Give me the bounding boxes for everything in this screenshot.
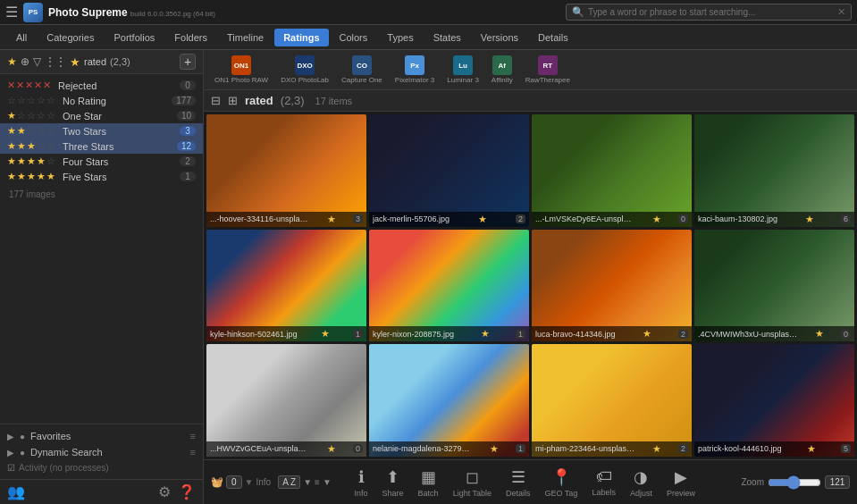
star-icon: ☆ [46, 95, 55, 106]
az-menu-icon[interactable]: ≡ [315, 477, 320, 487]
grid-view-icon[interactable]: ⊞ [228, 94, 238, 107]
image-star-icon[interactable]: ★ [805, 214, 814, 225]
search-input[interactable] [588, 7, 837, 17]
nav-tab-timeline[interactable]: Timeline [218, 29, 273, 46]
tool-btn-light-table[interactable]: ◻ Light Table [453, 467, 492, 498]
rating-row-one-star[interactable]: ★☆☆☆☆One Star10 [0, 108, 203, 123]
image-star-icon[interactable]: ★ [327, 214, 336, 225]
nav-tab-portfolios[interactable]: Portfolios [105, 29, 164, 46]
image-star-icon[interactable]: ★ [478, 214, 487, 225]
image-cell-6[interactable]: kyler-nixon-208875.jpg ★ 1 [369, 230, 529, 342]
rating-count: 12 [177, 141, 196, 151]
filter-funnel-icon[interactable]: ▽ [33, 55, 41, 68]
image-cell-12[interactable]: patrick-kool-444610.jpg ★ 5 [694, 344, 854, 457]
app-icon-dxo[interactable]: DXO DXO PhotoLab [277, 54, 332, 86]
image-star-icon[interactable]: ★ [652, 443, 661, 455]
add-filter-btn[interactable]: + [180, 54, 196, 70]
image-filename: ...-hoover-334116-unsplash.jpg [210, 214, 309, 223]
nav-tab-types[interactable]: Types [378, 29, 422, 46]
tool-btn-details[interactable]: ☰ Details [506, 467, 531, 498]
basket-icon[interactable]: 🧺 [211, 476, 223, 488]
app-icon-pixelmator[interactable]: Px Pixelmator 3 [391, 54, 438, 86]
dynamic-search-section[interactable]: ▶ ● Dynamic Search ≡ [0, 444, 203, 460]
tool-btn-info[interactable]: ℹ Info [355, 467, 368, 498]
tool-btn-preview[interactable]: ▶ Preview [667, 467, 695, 498]
nav-tab-details[interactable]: Details [529, 29, 577, 46]
image-star-icon[interactable]: ★ [807, 443, 816, 455]
help-icon[interactable]: ❓ [178, 483, 196, 500]
star-icon: ☆ [46, 140, 55, 152]
checkbox-icon[interactable]: ☑ [7, 463, 15, 473]
nav-tab-colors[interactable]: Colors [331, 29, 377, 46]
nav-tab-versions[interactable]: Versions [472, 29, 527, 46]
app-icon-on1[interactable]: ON1 ON1 Photo RAW [211, 54, 272, 86]
tool-icon-share: ⬆ [386, 467, 399, 487]
tool-btn-share[interactable]: ⬆ Share [382, 467, 404, 498]
app-icon-rawtherapee[interactable]: RT RawTherapee [522, 54, 574, 86]
tool-icon-light-table: ◻ [466, 467, 479, 487]
image-cell-2[interactable]: jack-merlin-55706.jpg ★ 2 [369, 114, 529, 227]
header-title: rated [245, 94, 273, 107]
image-label: .4CVMWIWh3xU-unsplash.jpg ★ 0 [694, 326, 854, 341]
image-star-icon[interactable]: ★ [815, 328, 824, 340]
image-star-icon[interactable]: ★ [327, 443, 336, 455]
image-star-icon[interactable]: ★ [321, 328, 330, 340]
settings-icon[interactable]: ⚙ [158, 483, 171, 500]
tool-btn-geo-tag[interactable]: 📍 GEO Tag [545, 467, 578, 498]
image-cell-10[interactable]: nelanie-magdalena-327970.jpg ★ 1 [369, 344, 529, 457]
filter-icon[interactable]: ⊕ [21, 55, 29, 68]
filter-grid-icon[interactable]: ⋮⋮ [45, 55, 66, 68]
az-dropdown2-icon[interactable]: ▼ [323, 477, 332, 487]
star-icon: ★ [27, 140, 36, 152]
tool-btn-batch[interactable]: ▦ Batch [418, 467, 439, 498]
image-cell-3[interactable]: ...-LmVSKeDy6EA-unsplash.jpg ★ 0 [532, 114, 692, 227]
app-icon-capture[interactable]: CO Capture One [338, 54, 386, 86]
image-star-icon[interactable]: ★ [643, 328, 651, 340]
image-cell-4[interactable]: kaci-baum-130802.jpg ★ 6 [694, 114, 854, 227]
nav-tab-folders[interactable]: Folders [165, 29, 216, 46]
zoom-slider[interactable] [768, 475, 821, 490]
nav-tab-ratings[interactable]: Ratings [274, 29, 328, 46]
favorites-section[interactable]: ▶ ● Favorites ≡ [0, 428, 203, 444]
star-icon: ★ [17, 155, 26, 167]
filter-star-icon[interactable]: ★ [70, 55, 80, 69]
tool-btn-labels[interactable]: 🏷 Labels [592, 467, 616, 497]
rating-row-two-stars[interactable]: ★★☆☆☆Two Stars3 [0, 123, 203, 139]
image-star-icon[interactable]: ★ [490, 443, 499, 455]
bottom-bar: 🧺 0 ▼ Info A Z ▼ ≡ ▼ ℹ Info ⬆ Share ▦ Ba… [204, 459, 857, 504]
app-icon-affinity[interactable]: Af Affinity [488, 54, 517, 86]
basket-expand-icon[interactable]: ▼ [245, 477, 254, 487]
list-view-icon[interactable]: ⊟ [211, 94, 221, 107]
rating-row-four-stars[interactable]: ★★★★☆Four Stars2 [0, 154, 203, 169]
hamburger-icon[interactable]: ☰ [5, 4, 18, 21]
image-cell-5[interactable]: kyle-hinkson-502461.jpg ★ 1 [206, 230, 366, 342]
image-star-icon[interactable]: ★ [481, 328, 490, 340]
people-icon[interactable]: 👥 [7, 483, 25, 500]
rating-row-no-rating[interactable]: ☆☆☆☆☆No Rating177 [0, 93, 203, 108]
image-cell-1[interactable]: ...-hoover-334116-unsplash.jpg ★ 3 [206, 114, 366, 227]
star-icon: ☆ [37, 140, 46, 152]
image-count-badge: 2 [678, 444, 688, 453]
rating-row-five-stars[interactable]: ★★★★★Five Stars1 [0, 169, 203, 184]
dynamic-search-menu-icon[interactable]: ≡ [190, 447, 196, 458]
image-cell-11[interactable]: mi-pham-223464-unsplash.jpg ★ 2 [532, 344, 692, 457]
search-bar[interactable]: 🔍 ✕ [566, 4, 852, 21]
image-label: nelanie-magdalena-327970.jpg ★ 1 [369, 441, 529, 457]
image-cell-7[interactable]: luca-bravo-414346.jpg ★ 2 [532, 230, 692, 342]
search-close-icon[interactable]: ✕ [837, 6, 845, 18]
app-icon-luminar[interactable]: Lu Luminar 3 [443, 54, 483, 86]
image-cell-8[interactable]: .4CVMWIWh3xU-unsplash.jpg ★ 0 [694, 230, 854, 342]
nav-tab-categories[interactable]: Categories [38, 29, 103, 46]
favorites-menu-icon[interactable]: ≡ [190, 431, 196, 441]
az-dropdown-icon[interactable]: ▼ [303, 477, 312, 487]
nav-tab-states[interactable]: States [424, 29, 470, 46]
tool-btn-adjust[interactable]: ◑ Adjust [630, 467, 652, 498]
rating-row-rejected[interactable]: ✕✕✕✕✕Rejected0 [0, 78, 203, 93]
tool-label-geo-tag: GEO Tag [545, 489, 578, 498]
nav-tab-all[interactable]: All [7, 29, 36, 46]
image-cell-9[interactable]: ...HWVZvGCEuA-unsplash.jpg ★ 0 [206, 344, 366, 457]
image-star-icon[interactable]: ★ [652, 214, 661, 225]
rating-row-three-stars[interactable]: ★★★☆☆Three Stars12 [0, 139, 203, 154]
content-header: ⊟ ⊞ rated (2,3) 17 items [204, 90, 857, 112]
star-icon: ✕ [34, 80, 42, 91]
